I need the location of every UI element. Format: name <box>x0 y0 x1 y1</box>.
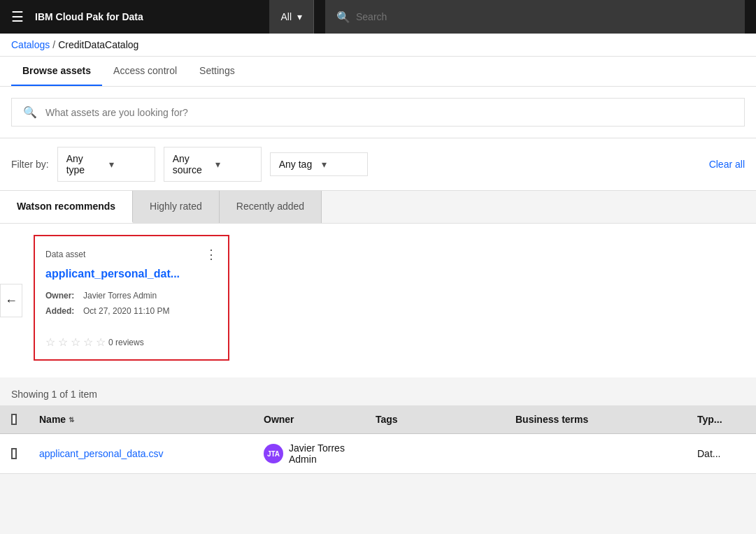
added-value: Oct 27, 2020 11:10 PM <box>83 304 169 319</box>
source-filter-label: Any source <box>173 153 210 175</box>
row-business-terms-cell <box>504 434 686 473</box>
row-name-cell[interactable]: applicant_personal_data.csv <box>28 434 252 473</box>
table-header-checkbox <box>0 405 28 433</box>
type-filter-dropdown[interactable]: Any type ▾ <box>57 147 155 182</box>
star-4-icon[interactable]: ☆ <box>83 335 93 349</box>
asset-card-stars: ☆ ☆ ☆ ☆ ☆ 0 reviews <box>45 335 217 349</box>
table-header-type: Typ... <box>686 405 756 433</box>
breadcrumb-catalogs-link[interactable]: Catalogs <box>11 39 50 50</box>
row-owner-cell: JTA Javier Torres Admin <box>252 434 364 473</box>
app-title: IBM Cloud Pak for Data <box>35 11 143 22</box>
table-header-owner: Owner <box>252 405 364 433</box>
tag-filter-dropdown[interactable]: Any tag ▾ <box>270 152 368 176</box>
breadcrumb-current-page: CreditDataCatalog <box>58 39 138 50</box>
tab-settings[interactable]: Settings <box>188 57 246 86</box>
type-filter-label: Any type <box>66 153 104 175</box>
recommendation-tabs: Watson recommends Highly rated Recently … <box>0 191 756 224</box>
filter-by-label: Filter by: <box>11 159 49 170</box>
top-nav: ☰ IBM Cloud Pak for Data All ▾ 🔍 <box>0 0 756 34</box>
owner-name: Javier Torres Admin <box>289 442 353 465</box>
rec-tab-watson[interactable]: Watson recommends <box>0 191 133 223</box>
asset-card-type: Data asset ⋮ <box>45 247 217 262</box>
table-container: Name ⇅ Owner Tags Business terms Typ... … <box>0 405 756 474</box>
results-count: Showing 1 of 1 item <box>11 389 97 400</box>
star-1-icon[interactable]: ☆ <box>45 335 55 349</box>
type-filter-chevron-icon: ▾ <box>109 159 146 170</box>
row-checkbox[interactable] <box>11 448 17 459</box>
hamburger-menu-icon[interactable]: ☰ <box>11 8 24 25</box>
table-header-business-terms: Business terms <box>504 405 686 433</box>
table-header: Name ⇅ Owner Tags Business terms Typ... <box>0 405 756 434</box>
asset-card-overflow-menu-icon[interactable]: ⋮ <box>205 247 217 262</box>
select-all-checkbox[interactable] <box>11 414 17 425</box>
added-label: Added: <box>45 304 80 319</box>
clear-all-button[interactable]: Clear all <box>709 159 745 170</box>
breadcrumb: Catalogs / CreditDataCatalog <box>0 34 756 57</box>
reviews-count: 0 reviews <box>108 338 144 347</box>
star-2-icon[interactable]: ☆ <box>58 335 68 349</box>
main-tabs: Browse assets Access control Settings <box>0 57 756 87</box>
table-header-tags: Tags <box>364 405 504 433</box>
tab-browse-assets[interactable]: Browse assets <box>11 57 102 86</box>
results-section: Showing 1 of 1 item <box>0 377 756 405</box>
tag-filter-chevron-icon: ▾ <box>322 159 359 170</box>
asset-card[interactable]: Data asset ⋮ applicant_personal_dat... O… <box>34 235 229 361</box>
rec-tab-recently-added[interactable]: Recently added <box>220 191 322 223</box>
asset-card-area: ← Data asset ⋮ applicant_personal_dat...… <box>0 224 756 377</box>
asset-card-name[interactable]: applicant_personal_dat... <box>45 268 217 280</box>
source-filter-chevron-icon: ▾ <box>215 159 252 170</box>
filter-bar: Filter by: Any type ▾ Any source ▾ Any t… <box>0 138 756 191</box>
star-5-icon[interactable]: ☆ <box>96 335 106 349</box>
asset-card-meta: Owner: Javier Torres Admin Added: Oct 27… <box>45 289 217 319</box>
table-row: applicant_personal_data.csv JTA Javier T… <box>0 434 756 474</box>
search-scope-dropdown[interactable]: All ▾ <box>269 0 314 34</box>
asset-search-icon: 🔍 <box>23 106 37 119</box>
owner-label: Owner: <box>45 289 80 304</box>
star-3-icon[interactable]: ☆ <box>71 335 80 349</box>
tag-filter-label: Any tag <box>279 159 316 170</box>
content-area: Watson recommends Highly rated Recently … <box>0 191 756 377</box>
source-filter-dropdown[interactable]: Any source ▾ <box>164 147 262 182</box>
search-scope-label: All <box>280 11 292 22</box>
row-type-cell: Dat... <box>686 434 756 473</box>
avatar: JTA <box>264 444 283 463</box>
table-header-name[interactable]: Name ⇅ <box>28 405 252 433</box>
rec-tab-highly-rated[interactable]: Highly rated <box>133 191 220 223</box>
asset-search-box: 🔍 <box>11 98 745 127</box>
card-nav-back-button[interactable]: ← <box>0 284 22 317</box>
row-checkbox-cell <box>0 434 28 473</box>
row-tags-cell <box>364 434 504 473</box>
search-area: 🔍 <box>0 87 756 138</box>
top-search-container: 🔍 <box>325 0 745 34</box>
search-icon: 🔍 <box>336 10 350 24</box>
asset-search-input[interactable] <box>45 107 733 118</box>
tab-access-control[interactable]: Access control <box>102 57 188 86</box>
search-scope-chevron-icon: ▾ <box>297 11 302 22</box>
name-sort-icon[interactable]: ⇅ <box>69 416 74 424</box>
owner-value: Javier Torres Admin <box>83 289 157 304</box>
breadcrumb-separator: / <box>52 39 55 50</box>
top-search-input[interactable] <box>356 11 734 22</box>
